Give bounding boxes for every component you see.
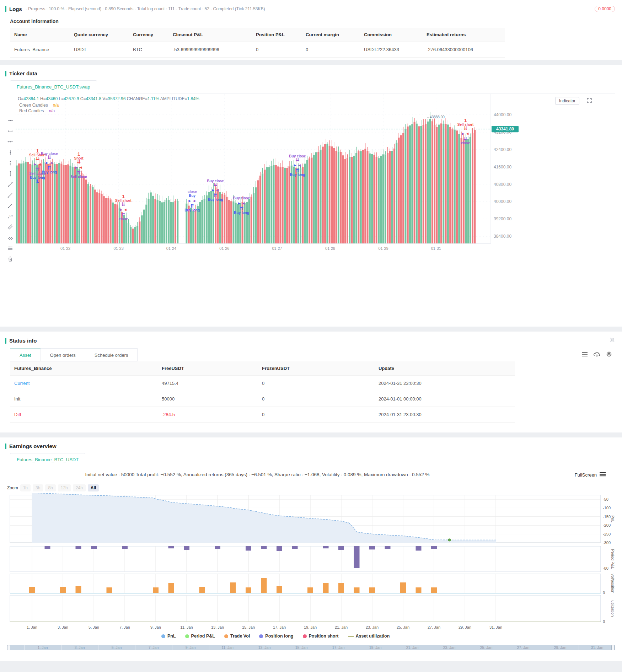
horizontal-ray-icon[interactable] xyxy=(7,138,14,145)
zoom-button-12h[interactable]: 12h xyxy=(58,484,71,491)
navigator-tick xyxy=(246,645,246,650)
tab-schedule-orders[interactable]: Schedule orders xyxy=(85,349,138,361)
table-cell: 0 xyxy=(258,391,374,407)
navigator-tick xyxy=(135,645,135,650)
legend-label: Position long xyxy=(265,634,293,639)
legend-item-position-long[interactable]: Position long xyxy=(259,634,293,639)
collapse-icon[interactable] xyxy=(610,337,615,344)
ohlc-part: H= xyxy=(39,96,46,101)
svg-text:⇈: ⇈ xyxy=(77,170,81,175)
zoom-buttons: 1h3h8h12h24hAll xyxy=(20,484,99,491)
zoom-button-8h[interactable]: 8h xyxy=(45,484,55,491)
legend-item-pnl[interactable]: PnL xyxy=(161,634,176,639)
horizontal-levels-icon[interactable] xyxy=(7,245,14,252)
table-cell: 0 xyxy=(258,407,374,423)
svg-text:44000.00: 44000.00 xyxy=(494,112,511,117)
tab-asset[interactable]: Asset xyxy=(10,349,41,361)
tab-futures-binance-btc-usdt-swap[interactable]: Futures_Binance_BTC_USDT:swap xyxy=(10,80,97,93)
chart-menu-icon[interactable] xyxy=(600,472,606,478)
vertical-segment-icon[interactable] xyxy=(7,170,14,177)
earnings-chart[interactable]: 1. Jan3. Jan5. Jan7. Jan9. Jan11. Jan13.… xyxy=(7,493,615,632)
svg-text:40800.00: 40800.00 xyxy=(494,182,511,187)
navigator-tick xyxy=(542,645,542,650)
parallel-channel-icon[interactable] xyxy=(7,224,14,231)
svg-text:29. Jan: 29. Jan xyxy=(459,625,471,629)
svg-text:-50: -50 xyxy=(603,497,608,501)
legend-item-asset-utilization[interactable]: Asset utilization xyxy=(348,634,390,639)
green-candles-label: Green Candles xyxy=(19,103,48,108)
legend-item-position-short[interactable]: Position short xyxy=(303,634,339,639)
vertical-line-icon[interactable] xyxy=(7,149,14,156)
arrow-line-icon[interactable] xyxy=(7,202,14,209)
table-cell: -284.5 xyxy=(157,407,258,423)
svg-text:◀: ◀ xyxy=(124,208,127,211)
svg-text:1: 1 xyxy=(77,151,80,157)
zoom-button-3h[interactable]: 3h xyxy=(33,484,43,491)
section-accent-bar xyxy=(5,443,6,449)
logs-title: Logs xyxy=(9,6,22,12)
legend-dot-marker xyxy=(303,634,307,638)
svg-text:▶: ▶ xyxy=(46,161,48,165)
column-header: Futures_Binance xyxy=(10,361,157,376)
svg-text:⇊: ⇊ xyxy=(463,125,467,131)
navigator-label: 23. Jan xyxy=(443,645,455,650)
column-header: Name xyxy=(10,28,70,42)
ticker-tab-strip: Futures_Binance_BTC_USDT:swap xyxy=(10,80,615,93)
svg-text:31. Jan: 31. Jan xyxy=(489,625,502,629)
earnings-overview-section: Earnings overview Futures_Binance_BTC_US… xyxy=(0,437,622,661)
column-header: Position P&L xyxy=(252,28,301,42)
status-table: Futures_BinanceFreeUSDTFrozenUSDTUpdateC… xyxy=(10,361,515,423)
table-row: Current49715.402024-01-31 23:00:30 xyxy=(10,376,515,391)
ohlc-part: 42864.1 xyxy=(23,96,39,101)
section-accent-bar xyxy=(5,6,6,12)
ray-line-icon[interactable] xyxy=(7,192,14,199)
fullscreen-button[interactable]: FullScreen xyxy=(575,472,597,478)
candlestick-chart[interactable]: 44000.0043200.0042400.0041600.0040800.00… xyxy=(16,94,520,254)
crosshair-line-icon[interactable] xyxy=(7,117,14,124)
svg-text:-250: -250 xyxy=(603,532,611,536)
numbered-points-icon[interactable]: 123 xyxy=(7,213,14,220)
zoom-button-1h[interactable]: 1h xyxy=(20,484,31,491)
zoom-button-24h[interactable]: 24h xyxy=(73,484,86,491)
chart-navigator[interactable]: 1. Jan3. Jan5. Jan7. Jan9. Jan11. Jan13.… xyxy=(7,645,615,650)
legend-label: Position short xyxy=(309,634,339,639)
svg-text:15. Jan: 15. Jan xyxy=(242,625,255,629)
table-row: Diff-284.502024-01-31 23:00:30 xyxy=(10,407,515,423)
navigator-label: 13. Jan xyxy=(258,645,270,650)
indicator-button[interactable]: Indicator xyxy=(555,97,579,105)
horizontal-segment-icon[interactable] xyxy=(7,128,14,135)
legend-item-period-p-l[interactable]: Period P&L xyxy=(185,634,215,639)
table-cell: -53.699999999999996 xyxy=(168,42,252,58)
navigator-tick xyxy=(320,645,320,650)
svg-text:43888.00: 43888.00 xyxy=(430,115,445,119)
tab-futures-binance-btc-usdt[interactable]: Futures_Binance_BTC_USDT xyxy=(10,453,85,466)
svg-text:⇊: ⇊ xyxy=(463,136,467,141)
navigator-tick xyxy=(579,645,579,650)
navigator-tick xyxy=(283,645,283,650)
trend-line-icon[interactable] xyxy=(7,181,14,188)
column-header: Quote currency xyxy=(70,28,129,42)
menu-icon[interactable] xyxy=(582,352,588,358)
zoom-button-all[interactable]: All xyxy=(88,484,99,491)
gear-icon[interactable] xyxy=(606,351,612,359)
trash-icon[interactable] xyxy=(7,256,14,263)
navigator-left-handle[interactable] xyxy=(7,645,10,650)
svg-text:0: 0 xyxy=(603,619,605,624)
navigator-right-handle[interactable] xyxy=(611,645,615,650)
tab-open-orders[interactable]: Open orders xyxy=(41,349,85,361)
svg-text:⇈: ⇈ xyxy=(122,212,125,217)
legend-item-trade-vol[interactable]: Trade Vol xyxy=(224,634,250,639)
multi-line-icon[interactable] xyxy=(7,234,14,241)
svg-text:01-28: 01-28 xyxy=(325,246,335,251)
vertical-dots-icon[interactable] xyxy=(7,160,14,167)
svg-text:◀: ◀ xyxy=(216,188,219,192)
earnings-tab-strip: Futures_Binance_BTC_USDT xyxy=(10,453,615,466)
svg-text:13. Jan: 13. Jan xyxy=(211,625,224,629)
svg-text:01-24: 01-24 xyxy=(166,246,176,251)
table-cell: 49715.4 xyxy=(157,376,258,391)
cloud-download-icon[interactable] xyxy=(594,351,600,359)
svg-text:◀: ◀ xyxy=(242,201,245,205)
table-cell: USDT:222.36433 xyxy=(360,42,422,58)
chart-expand-icon[interactable] xyxy=(586,98,592,105)
svg-text:▶: ▶ xyxy=(120,208,122,211)
